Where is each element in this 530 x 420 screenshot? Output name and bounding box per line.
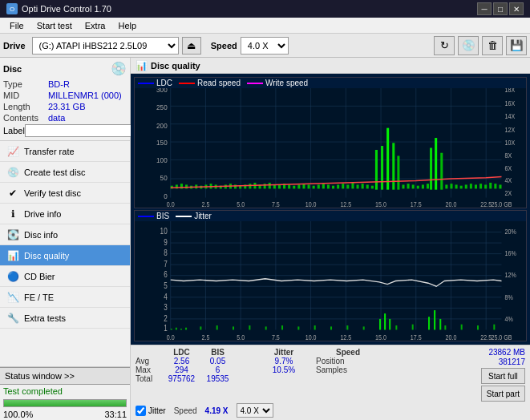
speed-select[interactable]: 4.0 X	[241, 37, 289, 55]
svg-text:10.0: 10.0	[305, 333, 317, 341]
disc-panel-icon: 💿	[111, 61, 127, 76]
start-buttons: Start full Start part	[481, 368, 525, 402]
svg-rect-173	[384, 313, 386, 329]
svg-text:17.5: 17.5	[411, 200, 422, 208]
stats-total-blank3	[316, 374, 380, 383]
svg-rect-77	[297, 184, 300, 188]
write-speed-legend-color	[247, 83, 263, 84]
disc-panel-title: Disc	[3, 64, 22, 74]
svg-text:16%: 16%	[505, 248, 517, 257]
svg-rect-160	[185, 328, 187, 330]
svg-text:2.5: 2.5	[202, 200, 210, 208]
svg-rect-182	[477, 325, 479, 329]
svg-rect-71	[435, 138, 437, 190]
svg-rect-73	[278, 184, 281, 188]
stats-header-bis: BIS	[200, 348, 236, 357]
nav-item-extra-tests[interactable]: 🔧 Extra tests	[0, 308, 130, 329]
stats-avg-row: Avg 2.56 0.05 9.7% Position	[136, 357, 410, 365]
maximize-button[interactable]: □	[493, 2, 508, 15]
speed-select-stats[interactable]: 4.0 X	[237, 403, 273, 418]
svg-rect-163	[233, 326, 234, 329]
svg-rect-59	[249, 184, 251, 188]
stats-total-row: Total 975762 19535	[136, 374, 410, 383]
menu-start-test[interactable]: Start test	[30, 20, 79, 31]
svg-rect-169	[330, 326, 332, 329]
svg-text:7: 7	[164, 259, 168, 269]
stats-samples-value: 381217	[499, 357, 525, 366]
svg-text:3: 3	[164, 302, 168, 312]
stats-avg-bis: 0.05	[200, 357, 236, 365]
stats-total-bis: 19535	[200, 374, 236, 383]
right-panel: 📊 Disc quality LDC Read speed	[131, 58, 530, 420]
nav-item-disc-quality[interactable]: 📊 Disc quality	[0, 245, 130, 266]
menu-file[interactable]: File	[3, 20, 30, 31]
save-button[interactable]: 💾	[506, 36, 527, 55]
disc-length-row: Length 23.31 GB	[3, 102, 127, 111]
svg-text:8X: 8X	[505, 151, 512, 160]
bis-legend: BIS	[138, 212, 169, 220]
nav-items: 📈 Transfer rate 💿 Create test disc ✔ Ver…	[0, 141, 130, 366]
svg-rect-86	[342, 184, 344, 188]
svg-rect-178	[434, 310, 435, 329]
svg-text:2: 2	[164, 313, 168, 322]
close-button[interactable]: ✕	[509, 2, 524, 15]
jitter-checkbox-label[interactable]: Jitter	[136, 406, 166, 416]
speed-value-text: 4.19 X	[205, 406, 229, 415]
svg-text:25.0 GB: 25.0 GB	[491, 200, 512, 208]
speed-label: Speed	[211, 41, 237, 50]
start-full-button[interactable]: Start full	[481, 368, 525, 384]
disc-button[interactable]: 💿	[458, 36, 479, 55]
stats-table: LDC BIS Jitter Speed Avg 2.56 0.05 9.7% …	[136, 348, 410, 383]
top-chart: LDC Read speed Write speed	[134, 77, 527, 208]
nav-item-cd-bier[interactable]: 🔵 CD Bier	[0, 266, 130, 287]
stats-header-jitter: Jitter	[252, 348, 316, 357]
menu-bar: File Start test Extra Help	[0, 18, 530, 34]
drive-info-icon: ℹ	[6, 208, 19, 220]
disc-label-input[interactable]	[25, 124, 131, 137]
cd-bier-icon: 🔵	[6, 270, 19, 283]
svg-text:4%: 4%	[505, 314, 514, 323]
nav-item-verify-test-disc[interactable]: ✔ Verify test disc	[0, 183, 130, 204]
svg-text:20%: 20%	[505, 227, 517, 236]
top-chart-svg: 300 250 200 150 100 50 0 18X 16X 14X 12X…	[135, 88, 526, 208]
disc-type-label: Type	[3, 79, 48, 89]
drive-select[interactable]: (G:) ATAPI iHBS212 2.5L09	[32, 37, 179, 55]
stats-max-samples-label: Samples	[316, 365, 380, 374]
svg-rect-157	[171, 329, 172, 329]
svg-text:6X: 6X	[505, 164, 512, 172]
start-part-button[interactable]: Start part	[481, 386, 525, 402]
panel-title-icon: 📊	[136, 60, 148, 71]
stats-header-blank	[136, 348, 164, 357]
svg-rect-75	[288, 184, 290, 188]
nav-item-disc-info[interactable]: 💽 Disc info	[0, 224, 130, 245]
svg-text:25.0 GB: 25.0 GB	[491, 333, 512, 341]
stats-max-jitter: 10.5%	[252, 365, 316, 374]
nav-item-drive-info[interactable]: ℹ Drive info	[0, 204, 130, 224]
status-window-button[interactable]: Status window >>	[0, 367, 130, 385]
nav-item-transfer-rate[interactable]: 📈 Transfer rate	[0, 141, 130, 162]
refresh-button[interactable]: ↻	[434, 36, 455, 55]
verify-test-disc-icon: ✔	[6, 187, 19, 200]
disc-contents-row: Contents data	[3, 113, 127, 123]
nav-item-fe-te[interactable]: 📉 FE / TE	[0, 287, 130, 308]
svg-rect-175	[395, 325, 397, 329]
stats-max-bis: 6	[200, 365, 236, 374]
erase-button[interactable]: 🗑	[482, 36, 503, 55]
minimize-button[interactable]: ─	[477, 2, 492, 15]
menu-extra[interactable]: Extra	[79, 20, 112, 31]
stats-bottom: Jitter Speed 4.19 X 4.0 X	[136, 403, 525, 418]
transfer-rate-icon: 📈	[6, 145, 19, 158]
disc-panel-header: Disc 💿	[3, 61, 127, 76]
svg-rect-96	[417, 186, 419, 189]
menu-help[interactable]: Help	[111, 20, 143, 31]
read-speed-legend: Read speed	[179, 79, 241, 87]
eject-button[interactable]: ⏏	[182, 37, 201, 55]
progress-percent: 100.0%	[3, 410, 33, 419]
svg-text:12.5: 12.5	[340, 200, 351, 208]
svg-text:9: 9	[164, 237, 168, 247]
jitter-checkbox[interactable]	[136, 406, 146, 416]
disc-contents-value: data	[48, 113, 65, 123]
svg-rect-82	[322, 184, 325, 188]
nav-item-create-test-disc[interactable]: 💿 Create test disc	[0, 162, 130, 183]
nav-item-extra-tests-label: Extra tests	[24, 313, 66, 323]
